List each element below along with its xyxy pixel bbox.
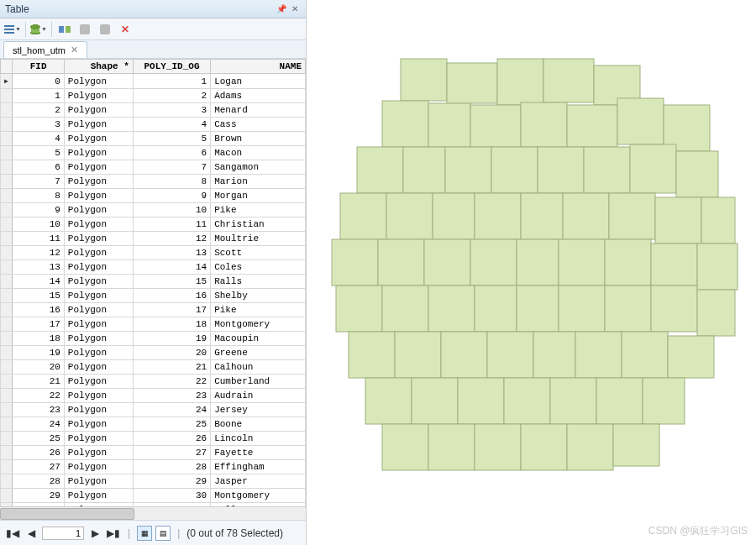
table-row[interactable]: 20Polygon21Calhoun: [1, 360, 306, 375]
cell-name[interactable]: Brown: [211, 132, 306, 146]
cell-name[interactable]: Fayette: [211, 446, 306, 460]
cell-name[interactable]: Logan: [211, 74, 306, 89]
cell-fid[interactable]: 10: [13, 217, 65, 232]
record-number-input[interactable]: [42, 527, 84, 540]
nav-last-button[interactable]: ▶▮: [106, 526, 121, 541]
row-selector[interactable]: [1, 389, 13, 403]
cell-poly[interactable]: 15: [133, 275, 210, 289]
row-selector[interactable]: [1, 432, 13, 446]
cell-fid[interactable]: 11: [13, 232, 65, 246]
cell-poly[interactable]: 9: [133, 189, 210, 203]
cell-poly[interactable]: 26: [133, 432, 210, 446]
table-row[interactable]: 16Polygon17Pike: [1, 303, 306, 317]
row-selector[interactable]: [1, 375, 13, 389]
cell-poly[interactable]: 20: [133, 346, 210, 360]
cell-fid[interactable]: 7: [13, 175, 65, 189]
cell-poly[interactable]: 14: [133, 260, 210, 275]
cell-poly[interactable]: 7: [133, 160, 210, 175]
cell-poly[interactable]: 21: [133, 360, 210, 375]
cell-shape[interactable]: Polygon: [64, 189, 133, 203]
cell-poly[interactable]: 24: [133, 403, 210, 417]
cell-fid[interactable]: 23: [13, 403, 65, 417]
cell-fid[interactable]: 2: [13, 103, 65, 118]
cell-poly[interactable]: 30: [133, 489, 210, 503]
cell-fid[interactable]: 8: [13, 189, 65, 203]
row-selector[interactable]: [1, 275, 13, 289]
cell-name[interactable]: Effingham: [211, 460, 306, 474]
cell-poly[interactable]: 28: [133, 460, 210, 474]
cell-fid[interactable]: 19: [13, 346, 65, 360]
cell-poly[interactable]: 13: [133, 246, 210, 260]
cell-name[interactable]: Greene: [211, 346, 306, 360]
table-row[interactable]: 29Polygon30Montgomery: [1, 489, 306, 503]
cell-fid[interactable]: 24: [13, 417, 65, 432]
cell-name[interactable]: Cumberland: [211, 375, 306, 389]
table-row[interactable]: 5Polygon6Macon: [1, 146, 306, 160]
cell-poly[interactable]: 19: [133, 332, 210, 346]
table-row[interactable]: 7Polygon8Marion: [1, 175, 306, 189]
pin-icon[interactable]: 📌: [276, 3, 287, 15]
cell-poly[interactable]: 27: [133, 446, 210, 460]
cell-name[interactable]: Scott: [211, 246, 306, 260]
cell-poly[interactable]: 1: [133, 74, 210, 89]
clear-selection-button[interactable]: [96, 21, 114, 38]
tab-layer[interactable]: stl_hom_utm ✕: [3, 41, 87, 58]
table-row[interactable]: 26Polygon27Fayette: [1, 446, 306, 460]
row-selector[interactable]: [1, 118, 13, 132]
cell-name[interactable]: Boone: [211, 417, 306, 432]
cell-shape[interactable]: Polygon: [64, 489, 133, 503]
delete-selection-button[interactable]: ✕: [116, 21, 134, 38]
table-row[interactable]: 4Polygon5Brown: [1, 132, 306, 146]
cell-shape[interactable]: Polygon: [64, 403, 133, 417]
table-row[interactable]: 2Polygon3Menard: [1, 103, 306, 118]
cell-name[interactable]: Pike: [211, 303, 306, 317]
row-selector[interactable]: [1, 146, 13, 160]
cell-name[interactable]: Montgomery: [211, 317, 306, 332]
row-selector[interactable]: [1, 203, 13, 217]
cell-fid[interactable]: 14: [13, 275, 65, 289]
column-header-fid[interactable]: FID: [13, 60, 65, 74]
cell-fid[interactable]: 25: [13, 432, 65, 446]
cell-name[interactable]: Adams: [211, 89, 306, 103]
scrollbar-thumb[interactable]: [0, 508, 134, 520]
cell-shape[interactable]: Polygon: [64, 375, 133, 389]
table-row[interactable]: 13Polygon14Coles: [1, 260, 306, 275]
cell-fid[interactable]: 18: [13, 332, 65, 346]
table-row[interactable]: 28Polygon29Jasper: [1, 474, 306, 489]
cell-shape[interactable]: Polygon: [64, 432, 133, 446]
show-all-records-button[interactable]: ▦: [137, 526, 152, 541]
cell-shape[interactable]: Polygon: [64, 389, 133, 403]
table-row[interactable]: 22Polygon23Audrain: [1, 389, 306, 403]
cell-shape[interactable]: Polygon: [64, 89, 133, 103]
row-selector[interactable]: [1, 74, 13, 89]
table-row[interactable]: 14Polygon15Ralls: [1, 275, 306, 289]
table-row[interactable]: 18Polygon19Macoupin: [1, 332, 306, 346]
table-row[interactable]: 15Polygon16Shelby: [1, 289, 306, 303]
row-selector[interactable]: [1, 446, 13, 460]
related-tables-button[interactable]: ▼: [29, 21, 48, 38]
table-row[interactable]: 12Polygon13Scott: [1, 246, 306, 260]
cell-shape[interactable]: Polygon: [64, 132, 133, 146]
table-row[interactable]: 1Polygon2Adams: [1, 89, 306, 103]
switch-selection-button[interactable]: [76, 21, 94, 38]
cell-shape[interactable]: Polygon: [64, 260, 133, 275]
cell-name[interactable]: Menard: [211, 103, 306, 118]
table-row[interactable]: 24Polygon25Boone: [1, 417, 306, 432]
table-row[interactable]: 27Polygon28Effingham: [1, 460, 306, 474]
cell-fid[interactable]: 17: [13, 317, 65, 332]
nav-first-button[interactable]: ▮◀: [5, 526, 20, 541]
row-selector[interactable]: [1, 289, 13, 303]
nav-next-button[interactable]: ▶: [87, 526, 102, 541]
cell-shape[interactable]: Polygon: [64, 289, 133, 303]
cell-fid[interactable]: 29: [13, 489, 65, 503]
cell-shape[interactable]: Polygon: [64, 217, 133, 232]
row-selector[interactable]: [1, 474, 13, 489]
row-selector[interactable]: [1, 417, 13, 432]
table-row[interactable]: 3Polygon4Cass: [1, 118, 306, 132]
cell-name[interactable]: Marion: [211, 175, 306, 189]
cell-shape[interactable]: Polygon: [64, 332, 133, 346]
cell-shape[interactable]: Polygon: [64, 118, 133, 132]
map-view[interactable]: [307, 0, 756, 545]
cell-poly[interactable]: 5: [133, 132, 210, 146]
cell-shape[interactable]: Polygon: [64, 446, 133, 460]
